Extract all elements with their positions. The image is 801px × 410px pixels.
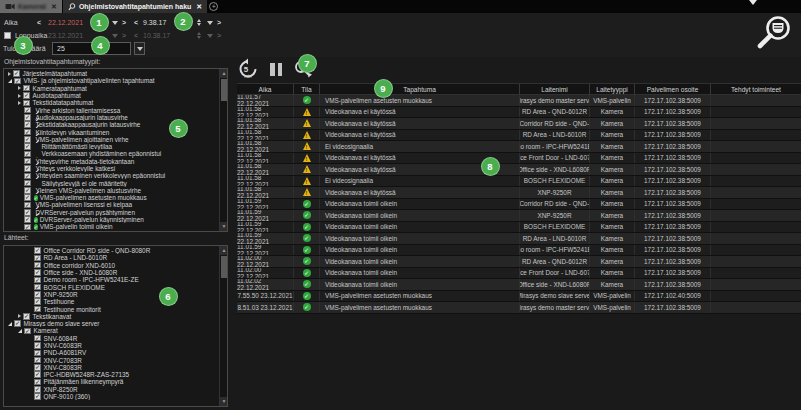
checkbox[interactable]: ✓ xyxy=(24,224,31,231)
col-header-actions[interactable]: Tehdyt toiminteet xyxy=(711,84,801,94)
tree-item[interactable]: ✓XNV-C8083R xyxy=(4,364,218,371)
tree-item[interactable]: ✓IPC-HDBW5248R-ZAS-27135 xyxy=(4,371,218,378)
checkbox[interactable]: ✓ xyxy=(24,107,31,114)
table-row[interactable]: 11.01.58 22.12.2021!Videokanava ei käytö… xyxy=(237,187,801,199)
checkbox[interactable]: ✓ xyxy=(23,85,30,92)
tree-item[interactable]: ✓VMS-palvelimen lisenssi ei kelpaa xyxy=(4,201,218,208)
checkbox[interactable]: ✓ xyxy=(34,247,41,254)
checkbox[interactable]: ✓ xyxy=(24,328,31,335)
end-date-value[interactable]: 23.12.2021 xyxy=(48,32,83,39)
col-header-event[interactable]: Tapahtuma xyxy=(320,84,520,94)
start-time-value[interactable]: 9.38.17 xyxy=(143,19,166,26)
scrollbar-thumb[interactable] xyxy=(221,256,227,278)
next-day-button[interactable]: > xyxy=(122,19,126,26)
tab-cameras[interactable]: Kamerat ✕ xyxy=(0,0,62,13)
checkbox[interactable]: ✓ xyxy=(24,151,31,158)
event-types-scrollbar[interactable]: ▲ ▼ xyxy=(219,69,227,231)
prev-time-button[interactable]: < xyxy=(134,19,138,26)
table-row[interactable]: 11.01.58 22.12.2021!Ei videosignaaliaBOS… xyxy=(237,176,801,188)
scroll-up-icon[interactable]: ▲ xyxy=(220,246,228,255)
table-row[interactable]: 11.02.02 22.12.2021✓Videokanava toimii o… xyxy=(237,279,801,291)
tree-item[interactable]: ✓Demo room - IPC-HFW5241E-ZE xyxy=(4,276,218,283)
tree-item[interactable]: ✓XNV-C6083R xyxy=(4,342,218,349)
prev-day-button[interactable]: < xyxy=(37,19,41,26)
checkbox[interactable]: ✓ xyxy=(24,158,31,165)
tree-item[interactable]: ✓Virhe arkiston tallentamisessa xyxy=(4,106,218,113)
checkbox[interactable]: ✓ xyxy=(24,136,31,143)
corner-notch-icon[interactable] xyxy=(749,0,757,5)
table-row[interactable]: 7.55.50 23.12.2021✓VMS-palvelimen asetus… xyxy=(237,291,801,303)
scroll-down-icon[interactable]: ▼ xyxy=(220,397,228,406)
prev-day-button-disabled[interactable]: < xyxy=(37,32,41,39)
tree-item[interactable]: ✓Tekstikanavat xyxy=(4,313,218,320)
tree-item[interactable]: ✓Office side - XND-L6080R xyxy=(4,269,218,276)
table-row[interactable]: 11.01.59 22.12.2021✓Videokanava toimii o… xyxy=(237,222,801,234)
table-row[interactable]: 11.01.58 22.12.2021!Videokanava ei käytö… xyxy=(237,153,801,165)
time-dropdown-icon[interactable] xyxy=(207,21,213,25)
tree-item[interactable]: ✓Yhteysvirhe metadata-tietokantaan xyxy=(4,158,218,165)
checkbox[interactable]: ✓ xyxy=(13,70,20,77)
tree-item[interactable]: ✓VMS-palvelimen ajoittainen virhe xyxy=(4,136,218,143)
time-dropdown-icon-disabled[interactable] xyxy=(207,34,213,38)
checkbox[interactable]: ✓ xyxy=(24,121,31,128)
checkbox[interactable]: ✓ xyxy=(34,298,41,305)
sources-scrollbar[interactable]: ▲ ▼ xyxy=(219,246,227,406)
checkbox[interactable]: ✓ xyxy=(34,306,41,313)
checkbox[interactable]: ✓ xyxy=(23,100,30,107)
table-row[interactable]: 11.01.59 22.12.2021✓Videokanava toimii o… xyxy=(237,233,801,245)
scroll-down-icon[interactable]: ▼ xyxy=(220,222,228,231)
end-time-value[interactable]: 10.38.17 xyxy=(143,32,170,39)
checkbox[interactable]: ✓ xyxy=(34,269,41,276)
tree-item[interactable]: ✓Kamerat xyxy=(4,327,218,334)
chevron-right-icon[interactable] xyxy=(8,72,11,76)
checkbox[interactable]: ✓ xyxy=(34,379,41,386)
col-header-address[interactable]: Palvelimen osoite xyxy=(635,84,711,94)
table-row[interactable]: 11.01.59 22.12.2021✓Videokanava toimii o… xyxy=(237,210,801,222)
chevron-right-icon[interactable] xyxy=(18,94,21,98)
tree-item[interactable]: ✓RD Area - LND-6010R xyxy=(4,254,218,261)
checkbox[interactable]: ✓ xyxy=(24,114,31,121)
checkbox[interactable]: ✓ xyxy=(24,165,31,172)
tree-item[interactable]: ✓Verkkoasemaan yhdistäminen epäonnistui xyxy=(4,150,218,157)
checkbox[interactable]: ✓ xyxy=(24,209,31,216)
tree-item[interactable]: ✓✓DVRServer-palvelun käynnistyminen xyxy=(4,216,218,223)
checkbox[interactable]: ✓ xyxy=(24,187,31,194)
auto-refresh-5min-button[interactable]: 5 min xyxy=(237,58,259,80)
tree-item[interactable]: ✓DVRServer-palvelun pysähtyminen xyxy=(4,209,218,216)
add-tab-button[interactable]: + xyxy=(207,0,220,13)
start-date-value[interactable]: 22.12.2021 xyxy=(48,19,83,26)
tree-item[interactable]: ✓Testihuone xyxy=(4,298,218,305)
table-row[interactable]: 11.01.58 22.12.2021!Videokanava ei käytö… xyxy=(237,118,801,130)
time-spinner[interactable] xyxy=(197,19,201,26)
prev-time-button-disabled[interactable]: < xyxy=(134,32,138,39)
tree-item[interactable]: ✓Audiokaappausajurin latausvirhe xyxy=(4,114,218,121)
table-row[interactable]: 11.01.58 22.12.2021!Videokanava ei käytö… xyxy=(237,164,801,176)
time-spinner-disabled[interactable] xyxy=(197,32,201,39)
tree-item[interactable]: ✓Kameratapahtumat xyxy=(4,85,218,92)
tree-item[interactable]: ✓Mirasys demo slave server xyxy=(4,320,218,327)
table-row[interactable]: 11.01.58 22.12.2021!Ei videosignaaliaDem… xyxy=(237,141,801,153)
tree-item[interactable]: ✓Yhteyden saaminen verkkolevyyn epäonnis… xyxy=(4,172,218,179)
tree-item[interactable]: ✓QNF-9010 (360) xyxy=(4,393,218,400)
tree-item[interactable]: ✓Office corridor XND-6010 xyxy=(4,262,218,269)
table-row[interactable]: 11.01.58 22.12.2021!Videokanava ei käytö… xyxy=(237,107,801,119)
chevron-expanded-icon[interactable] xyxy=(18,329,22,333)
checkbox[interactable]: ✓ xyxy=(34,364,41,371)
tree-item[interactable]: ✓Audiotapahtumat xyxy=(4,92,218,99)
tree-item[interactable]: ✓Yleinen VMS-palvelimen alustusvirhe xyxy=(4,187,218,194)
table-row[interactable]: 8.51.03 23.12.2021✓VMS-palvelimen asetus… xyxy=(237,302,801,314)
result-count-dropdown-button[interactable] xyxy=(134,42,145,55)
scroll-up-icon[interactable]: ▲ xyxy=(220,69,228,78)
tab-watchdog-search[interactable]: Ohjelmistovahtitapahtumien haku ✕ xyxy=(63,0,207,13)
checkbox[interactable]: ✓ xyxy=(34,335,41,342)
tree-item[interactable]: ✓PND-A6081RV xyxy=(4,349,218,356)
tab-cameras-close-icon[interactable]: ✕ xyxy=(51,3,57,11)
chevron-expanded-icon[interactable] xyxy=(8,322,12,326)
checkbox[interactable]: ✓ xyxy=(24,180,31,187)
table-row[interactable]: 11.02.00 22.12.2021✓Videokanava toimii o… xyxy=(237,268,801,280)
tree-item[interactable]: ✓Pitäjänmäen liikenneympyrä xyxy=(4,378,218,385)
checkbox[interactable]: ✓ xyxy=(34,277,41,284)
col-header-time[interactable]: Aika xyxy=(237,84,294,94)
chevron-right-icon[interactable] xyxy=(18,101,21,105)
tab-watchdog-close-icon[interactable]: ✕ xyxy=(196,3,202,11)
